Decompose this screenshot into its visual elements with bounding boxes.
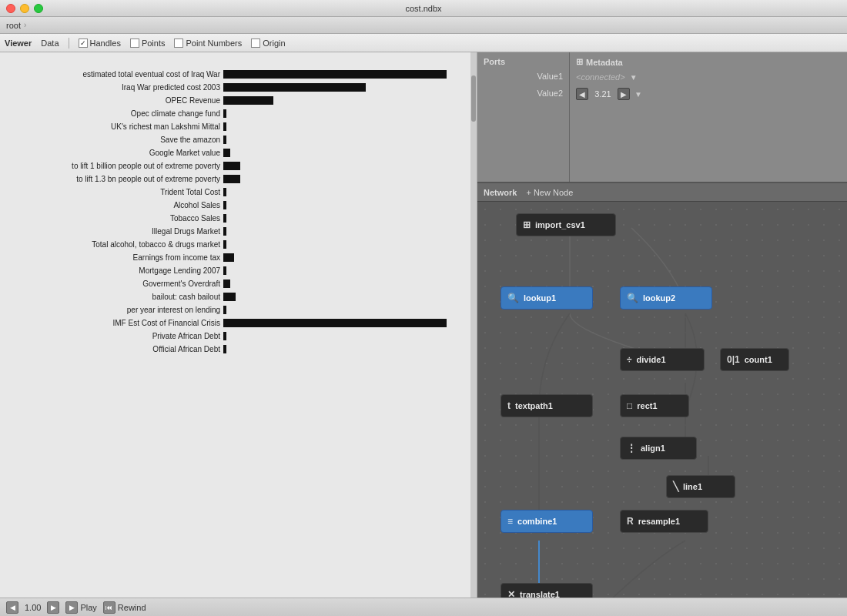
node-label-count1: count1 [745, 355, 772, 364]
node-count1[interactable]: 0|1count1 [720, 348, 789, 371]
bar-fill [223, 306, 226, 314]
network-canvas[interactable]: ⊞import_csv1🔍lookup1🔍lookup2÷divide10|1c… [477, 202, 847, 598]
bar-row: Total alcohol, tobacco & drugs market [0, 238, 477, 250]
node-header-import_csv1: ⊞import_csv1 [517, 214, 615, 236]
close-button[interactable] [6, 4, 15, 13]
breadcrumb-arrow: › [24, 21, 26, 29]
stepper-decrement[interactable]: ◀ [576, 88, 588, 100]
step-forward-button[interactable]: ▶ [47, 601, 59, 614]
bar-track [223, 253, 477, 262]
network-title: Network [484, 188, 517, 197]
metadata-value2-row[interactable]: ◀ 3.21 ▶ ▼ [573, 85, 844, 102]
bar-fill [223, 253, 234, 262]
bar-fill [223, 109, 226, 118]
network-header: Network + New Node [477, 183, 847, 202]
bar-label: Google Market value [0, 149, 223, 157]
bar-track [223, 280, 477, 288]
node-align1[interactable]: ⋮align1 [620, 437, 697, 460]
node-resample1[interactable]: Rresample1 [620, 510, 708, 533]
rewind-button[interactable]: ⏮ Rewind [103, 601, 146, 614]
bar-track [223, 136, 477, 144]
origin-checkbox[interactable] [251, 38, 260, 48]
node-label-textpath1: textpath1 [515, 401, 553, 410]
bar-row: Save the amazon [0, 133, 477, 146]
node-label-translate1: translate1 [520, 590, 560, 598]
traffic-lights [6, 4, 43, 13]
bar-label: OPEC Revenue [0, 96, 223, 105]
bar-row: Alcohol Sales [0, 199, 477, 211]
handles-checkbox[interactable]: ✓ [79, 38, 88, 48]
toolbar-data[interactable]: Data [41, 38, 59, 48]
node-icon-translate1: ✕ [507, 589, 515, 598]
bar-fill [223, 122, 226, 131]
node-header-lookup2: 🔍lookup2 [621, 287, 711, 309]
node-divide1[interactable]: ÷divide1 [620, 348, 705, 371]
bar-track [223, 149, 477, 157]
node-rect1[interactable]: □rect1 [620, 394, 689, 417]
node-header-divide1: ÷divide1 [621, 349, 704, 370]
bar-label: per year interest on lending [0, 306, 223, 314]
maximize-button[interactable] [34, 4, 43, 13]
node-label-divide1: divide1 [637, 355, 666, 364]
node-import_csv1[interactable]: ⊞import_csv1 [516, 213, 616, 236]
bar-fill [223, 227, 226, 236]
bar-track [223, 293, 477, 301]
minimize-button[interactable] [20, 4, 29, 13]
expand-arrow-1[interactable]: ▼ [630, 73, 638, 82]
bar-label: UK's richest man Lakshmi Mittal [0, 122, 223, 131]
toolbar-points[interactable]: Points [130, 38, 166, 48]
bar-row: Tobacco Sales [0, 212, 477, 224]
bar-fill [223, 293, 236, 301]
step-back-button[interactable]: ◀ [6, 601, 18, 614]
stepper-increment[interactable]: ▶ [618, 88, 630, 100]
node-label-resample1: resample1 [638, 517, 680, 526]
bar-fill [223, 280, 230, 288]
bar-label: Iraq War predicted cost 2003 [0, 83, 223, 92]
toolbar-viewer[interactable]: Viewer [5, 38, 32, 48]
bar-track [223, 227, 477, 236]
window-title: cost.ndbx [405, 4, 441, 13]
port-value2-row: Value2 [480, 85, 566, 102]
bar-track [223, 175, 477, 183]
bar-fill [223, 96, 273, 105]
node-combine1[interactable]: ≡combine1 [500, 510, 593, 533]
bar-label: Private African Debt [0, 332, 223, 340]
new-node-button[interactable]: + New Node [526, 188, 573, 197]
value2-stepper[interactable]: ◀ 3.21 ▶ [576, 88, 630, 100]
ports-header: Ports [480, 55, 566, 68]
point-numbers-checkbox[interactable] [174, 38, 183, 48]
right-panel: Ports Value1 Value2 ⊞ Metadata <connecte… [477, 52, 847, 598]
bar-label: Alcohol Sales [0, 201, 223, 209]
network-area: Network + New Node ⊞im [477, 183, 847, 598]
node-header-lookup1: 🔍lookup1 [501, 287, 592, 309]
toolbar-point-numbers[interactable]: Point Numbers [174, 38, 242, 48]
bar-label: Save the amazon [0, 136, 223, 144]
scroll-thumb[interactable] [471, 75, 476, 122]
node-textpath1[interactable]: ttextpath1 [500, 394, 593, 417]
title-bar: cost.ndbx [0, 0, 847, 17]
node-line1[interactable]: ╲line1 [666, 475, 735, 498]
breadcrumb-root[interactable]: root [6, 21, 21, 30]
node-lookup1[interactable]: 🔍lookup1 [500, 286, 593, 310]
node-lookup2[interactable]: 🔍lookup2 [620, 286, 712, 310]
toolbar-handles[interactable]: ✓ Handles [79, 38, 121, 48]
bar-track [223, 240, 477, 249]
bar-fill [223, 319, 447, 327]
bottom-bar: ◀ 1.00 ▶ ▶ Play ⏮ Rewind [0, 598, 847, 616]
node-translate1[interactable]: ✕translate1 [500, 583, 593, 598]
toolbar-origin[interactable]: Origin [251, 38, 285, 48]
bar-row: per year interest on lending [0, 303, 477, 316]
node-icon-align1: ⋮ [627, 443, 636, 454]
main-area: estimated total eventual cost of Iraq Wa… [0, 52, 847, 598]
bar-fill [223, 345, 226, 353]
toolbar: Viewer Data ✓ Handles Points Point Numbe… [0, 34, 847, 52]
metadata-value1-row: <connected> ▼ [573, 69, 844, 85]
bar-row: IMF Est Cost of Financial Crisis [0, 316, 477, 329]
scrollbar[interactable] [470, 52, 477, 598]
points-checkbox[interactable] [130, 38, 139, 48]
play-button[interactable]: ▶ Play [65, 601, 96, 614]
bar-row: bailout: cash bailout [0, 290, 477, 303]
bar-fill [223, 240, 226, 249]
bar-row: to lift 1.3 bn people out of extreme pov… [0, 172, 477, 185]
expand-arrow-2[interactable]: ▼ [634, 90, 642, 99]
